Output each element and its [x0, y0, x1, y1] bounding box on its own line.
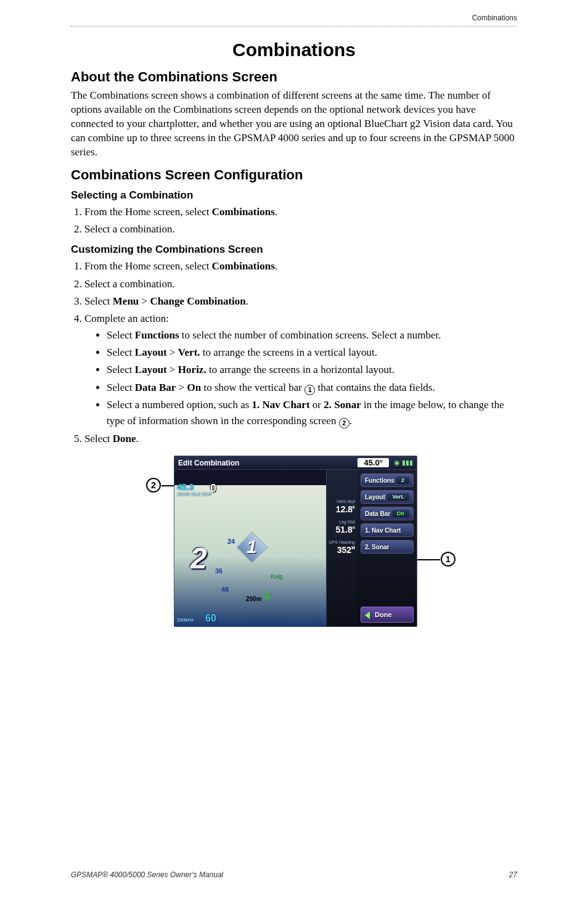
substep: Select Layout > Horiz. to arrange the sc…: [107, 362, 517, 378]
callout-ref-1-icon: 1: [304, 385, 315, 395]
depth-readout: 45.310:43 16.2 13.0: [177, 482, 211, 497]
header-rule: [71, 26, 517, 27]
t: 2. Sonar: [324, 399, 361, 411]
device-title: Edit Combination: [178, 459, 239, 467]
t: to arrange the screens in a horizontal l…: [206, 364, 394, 375]
t: Combinations: [212, 260, 275, 272]
data-field: GPS Heading352M: [327, 539, 357, 559]
t: Functions: [135, 329, 179, 341]
t: Select: [107, 382, 135, 393]
step: From the Home screen, select Combination…: [84, 258, 517, 274]
sonar-depth: 60: [205, 613, 216, 624]
data-field: VMG Wpt12.8k: [327, 498, 357, 518]
chart-label-kelp: Kelp: [271, 573, 283, 580]
callout-2-icon: 2: [146, 478, 161, 493]
t: Select: [84, 433, 113, 444]
customizing-steps: From the Home screen, select Combination…: [71, 258, 517, 447]
page-footer: GPSMAP® 4000/5000 Series Owner's Manual …: [71, 870, 517, 879]
t: Select: [107, 346, 135, 358]
t: Complete an action:: [84, 313, 169, 324]
page-title: Combinations: [71, 39, 517, 60]
header-section-label: Combinations: [472, 14, 517, 22]
depth-label: 48: [221, 586, 229, 593]
device-heading-readout: 45.0°: [357, 458, 389, 467]
section-about-heading: About the Combinations Screen: [71, 69, 517, 85]
t: Select: [84, 295, 113, 307]
t: to show the vertical bar: [201, 382, 304, 393]
t: >: [167, 346, 178, 358]
t: Select a numbered option, such as: [107, 399, 252, 411]
t: Combinations: [212, 206, 275, 218]
t: .: [136, 433, 139, 444]
t: From the Home screen, select: [84, 260, 212, 272]
t: Change Combination: [150, 295, 245, 307]
callout-ref-2-icon: 2: [339, 418, 349, 428]
step: Select a combination.: [84, 221, 517, 237]
t: >: [176, 382, 187, 393]
t: .: [275, 206, 277, 218]
figure: 2 1 Edit Combination 45.0° ◉ ▮▮▮ 45.310:…: [146, 456, 442, 641]
t: Select: [107, 329, 135, 341]
substep: Select a numbered option, such as 1. Nav…: [107, 397, 517, 430]
t: Data Bar: [135, 382, 176, 393]
t: Vert.: [178, 346, 200, 358]
sonar-freq: 200kHz: [177, 617, 194, 623]
data-bar-button[interactable]: Data BarOn: [361, 507, 414, 520]
t: Horiz.: [178, 364, 206, 375]
functions-button[interactable]: Functions2: [361, 473, 414, 487]
t: >: [167, 364, 178, 375]
substep: Select Data Bar > On to show the vertica…: [107, 380, 517, 396]
t: to arrange the screens in a vertical lay…: [200, 346, 377, 358]
menu-pane: Functions2 LayoutVert. Data BarOn 1. Nav…: [357, 470, 417, 626]
step: From the Home screen, select Combination…: [84, 204, 517, 220]
step: Select Menu > Change Combination.: [84, 293, 517, 309]
footer-manual-title: GPSMAP® 4000/5000 Series Owner's Manual: [71, 870, 223, 879]
depth-label: 36: [215, 567, 223, 575]
t: On: [187, 382, 201, 393]
t: to select the number of combination scre…: [179, 329, 441, 341]
nav-chart-option-button[interactable]: 1. Nav Chart: [361, 523, 414, 537]
done-button[interactable]: Done: [361, 607, 414, 623]
callout-2-line: [161, 485, 175, 486]
satellite-icon: ◉ ▮▮▮: [394, 459, 413, 467]
t: .: [349, 415, 352, 427]
callout-1-icon: 1: [441, 552, 455, 567]
t: Done: [113, 433, 136, 444]
depth-label: 24: [227, 538, 235, 545]
chart-zero: 0: [210, 482, 216, 495]
sonar-option-button[interactable]: 2. Sonar: [361, 540, 414, 554]
t: Select: [107, 364, 135, 375]
chart-scale: 200m: [246, 596, 262, 602]
boat-icon: [264, 589, 271, 599]
waypoint-1-marker: 1: [241, 536, 263, 559]
subsection-customizing-heading: Customizing the Combinations Screen: [71, 244, 517, 256]
device-titlebar: Edit Combination 45.0° ◉ ▮▮▮: [174, 456, 417, 470]
page-number: 27: [509, 870, 517, 879]
t: From the Home screen, select: [84, 206, 212, 218]
t: >: [139, 295, 150, 307]
device-screenshot: Edit Combination 45.0° ◉ ▮▮▮ 45.310:43 1…: [174, 456, 417, 627]
data-field: Leg Dist51.8n: [327, 518, 357, 539]
t: Layout: [135, 346, 167, 358]
subsection-selecting-heading: Selecting a Combination: [71, 189, 517, 202]
t: or: [310, 399, 324, 411]
screen-number-2: 2: [190, 541, 207, 575]
substep: Select Functions to select the number of…: [107, 327, 517, 343]
t: .: [275, 260, 277, 272]
step: Complete an action: Select Functions to …: [84, 311, 517, 429]
substeps: Select Functions to select the number of…: [84, 327, 517, 430]
layout-button[interactable]: LayoutVert.: [361, 490, 414, 504]
data-bar: VMG Wpt12.8k Leg Dist51.8n GPS Heading35…: [327, 470, 357, 626]
selecting-steps: From the Home screen, select Combination…: [71, 204, 517, 238]
step: Select Done.: [84, 431, 517, 447]
combination-screen-area: 45.310:43 16.2 13.0 0 24 1 2 36 48 Kelp …: [174, 470, 327, 626]
t: Layout: [135, 364, 167, 375]
substep: Select Layout > Vert. to arrange the scr…: [107, 345, 517, 361]
section-about-body: The Combinations screen shows a combinat…: [71, 89, 517, 160]
step: Select a combination.: [84, 276, 517, 292]
t: Menu: [113, 295, 139, 307]
t: .: [246, 295, 248, 307]
section-config-heading: Combinations Screen Configuration: [71, 167, 517, 183]
t: 1. Nav Chart: [252, 399, 310, 411]
t: that contains the data fields.: [315, 382, 435, 393]
